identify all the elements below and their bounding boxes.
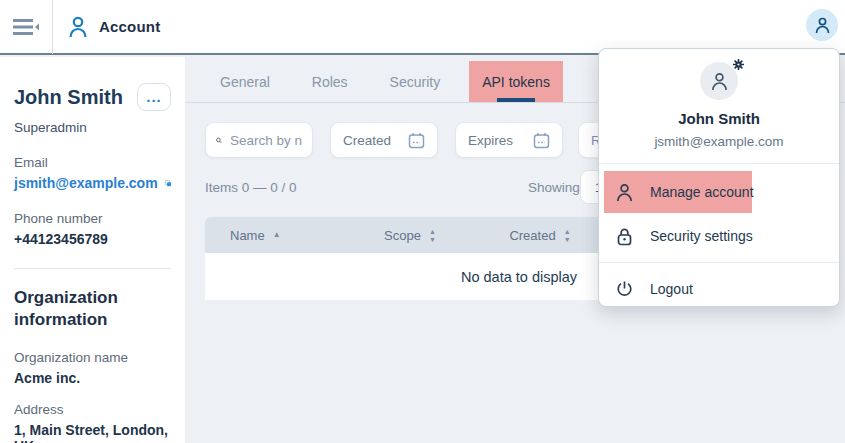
column-label: Name [230,228,265,243]
items-count: Items 0 — 0 / 0 [205,180,297,195]
sort-asc-icon: ▲ [273,231,281,239]
tab-label: General [220,74,270,90]
org-info-heading: Organization information [14,287,164,330]
column-header-name[interactable]: Name ▲ [205,228,365,243]
active-tab-indicator [497,98,535,102]
calendar-icon [408,132,425,149]
copy-email-icon[interactable] [165,176,171,191]
more-options-button[interactable]: ... [137,83,171,111]
avatar-person-icon [711,72,728,91]
tab-label: Security [390,74,441,90]
user-dropdown-menu: John Smith jsmith@example.com Manage acc… [598,48,840,307]
tab-api-tokens[interactable]: API tokens [469,61,563,102]
expires-date-filter[interactable]: Expires [455,122,563,158]
sidebar-collapse-button[interactable] [0,0,52,54]
page-title-group: Account [53,15,160,39]
avatar-person-icon [815,17,830,34]
menu-divider [599,262,839,263]
menu-item-label: Manage account [650,184,754,200]
sort-icon: ▲▼ [564,228,571,243]
sidebar-user-name: John Smith [14,86,123,109]
menu-collapse-icon [13,18,39,36]
tab-general[interactable]: General [207,61,283,102]
topbar: Account [0,0,845,55]
email-value: jsmith@example.com [14,175,158,191]
menu-item-label: Logout [650,281,693,297]
user-avatar-button[interactable] [806,9,838,41]
column-header-scope[interactable]: Scope ▲▼ [365,228,455,243]
menu-avatar [700,62,738,100]
menu-item-logout[interactable]: Logout [599,267,839,311]
calendar-icon [533,132,550,149]
sidebar: John Smith ... Superadmin Email jsmith@e… [0,57,185,443]
power-icon [616,280,633,298]
tab-security[interactable]: Security [377,61,454,102]
sidebar-divider [14,268,171,269]
column-label: Scope [384,228,421,243]
address-label: Address [14,402,171,417]
empty-state-message: No data to display [461,269,577,285]
created-filter-label: Created [343,133,391,148]
created-date-filter[interactable]: Created [330,122,438,158]
menu-user-name: John Smith [599,110,839,127]
address-value: 1, Main Street, London, UK [14,422,171,443]
menu-items: Manage account Security settings Logout [599,164,839,317]
org-name-value: Acme inc. [14,370,171,386]
tab-label: API tokens [482,74,550,90]
user-role: Superadmin [14,120,171,135]
showing-label: Showing [528,180,580,195]
search-icon [216,133,222,148]
menu-item-security-settings[interactable]: Security settings [599,214,839,258]
page-title: Account [99,18,160,35]
person-icon [616,183,633,202]
tab-label: Roles [312,74,348,90]
email-label: Email [14,155,171,170]
avatar-gear-icon [732,58,745,71]
menu-user-header: John Smith jsmith@example.com [599,49,839,164]
sort-icon: ▲▼ [429,228,436,243]
lock-icon [616,227,633,246]
search-input[interactable] [230,133,302,148]
column-label: Created [509,228,555,243]
search-field[interactable] [205,122,313,158]
menu-item-manage-account[interactable]: Manage account [599,170,839,214]
expires-filter-label: Expires [468,133,513,148]
tab-roles[interactable]: Roles [299,61,361,102]
org-name-label: Organization name [14,350,171,365]
account-person-icon [67,15,89,39]
app-root: { "topbar": { "title": "Account" }, "sid… [0,0,845,443]
phone-label: Phone number [14,211,171,226]
menu-item-label: Security settings [650,228,753,244]
phone-value: +44123456789 [14,231,171,247]
menu-user-email: jsmith@example.com [599,134,839,149]
